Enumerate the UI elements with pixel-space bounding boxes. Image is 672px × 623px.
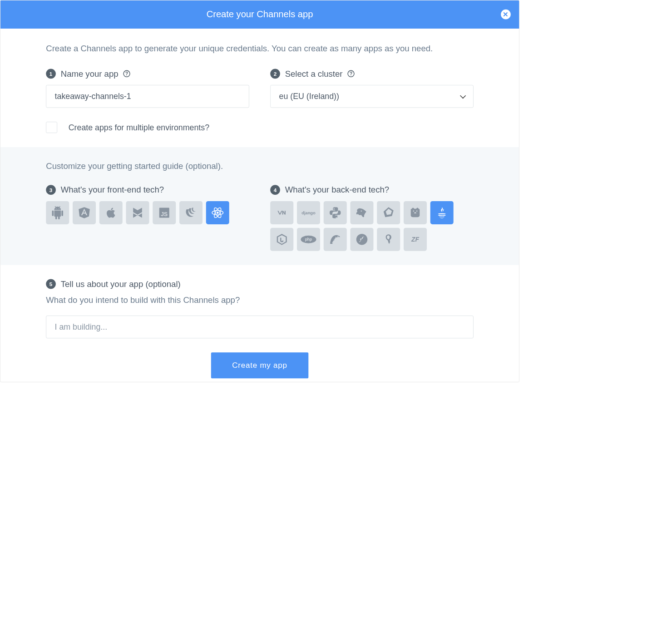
cluster-select[interactable]: eu (EU (Ireland)): [270, 85, 474, 108]
tech-jquery[interactable]: [179, 201, 203, 224]
step-badge-2: 2: [270, 69, 280, 79]
section-main: Create a Channels app to generate your u…: [0, 28, 519, 147]
intro-text: Create a Channels app to generate your u…: [46, 42, 474, 55]
step4-label-text: What's your back-end tech?: [285, 185, 389, 195]
multi-env-label: Create apps for multiple environments?: [69, 123, 209, 132]
apple-icon: [104, 206, 118, 219]
svg-point-9: [356, 234, 367, 245]
jquery-icon: [184, 206, 198, 219]
svg-text:php: php: [305, 237, 312, 242]
step-badge-1: 1: [46, 69, 56, 79]
multi-env-checkbox[interactable]: [46, 122, 57, 133]
react-icon: [211, 206, 224, 219]
yii-icon: [382, 232, 395, 246]
step2-label: 2 Select a cluster ?: [270, 69, 474, 79]
python-icon: [329, 206, 342, 219]
angular-icon: [78, 206, 91, 219]
tech-crystal[interactable]: [377, 201, 400, 224]
backend-tech-grid: django: [270, 201, 474, 251]
multi-env-row: Create apps for multiple environments?: [46, 122, 474, 133]
tech-angular[interactable]: [73, 201, 96, 224]
tech-django[interactable]: django: [297, 201, 320, 224]
svg-point-6: [438, 213, 446, 214]
tech-symfony[interactable]: [350, 228, 373, 251]
app-description-input[interactable]: [46, 316, 474, 338]
step5-label-text: Tell us about your app (optional): [61, 279, 181, 289]
close-icon: ✕: [503, 10, 509, 19]
php-icon: php: [300, 235, 317, 244]
step2-label-text: Select a cluster: [285, 69, 343, 79]
tech-gopher[interactable]: [404, 201, 427, 224]
step-badge-3: 3: [46, 185, 56, 195]
tech-android[interactable]: [46, 201, 69, 224]
tech-dotnet[interactable]: [270, 201, 293, 224]
tech-java[interactable]: [430, 201, 454, 224]
symfony-icon: [355, 232, 368, 246]
svg-text:JS: JS: [161, 211, 168, 218]
step1-label-text: Name your app: [61, 69, 119, 79]
modal-header: Create your Channels app ✕: [0, 0, 519, 28]
create-app-button[interactable]: Create my app: [211, 352, 308, 378]
app-name-input[interactable]: [46, 85, 249, 108]
tech-javascript[interactable]: JS: [153, 201, 176, 224]
nodejs-icon: [275, 232, 288, 246]
tech-yii[interactable]: [377, 228, 400, 251]
crystal-icon: [382, 206, 395, 219]
step-badge-4: 4: [270, 185, 280, 195]
section-about: 5 Tell us about your app (optional) What…: [0, 265, 519, 382]
tech-zend[interactable]: ZF: [404, 228, 427, 251]
svg-point-2: [217, 212, 219, 214]
dotnet-icon: [275, 206, 288, 219]
javascript-icon: JS: [158, 206, 171, 219]
tech-react[interactable]: [206, 201, 229, 224]
tech-php[interactable]: php: [297, 228, 320, 251]
step3-label: 3 What's your front-end tech?: [46, 185, 249, 195]
django-icon: django: [301, 210, 315, 215]
close-button[interactable]: ✕: [501, 9, 511, 19]
help-icon[interactable]: ?: [347, 70, 354, 77]
step5-subtext: What do you intend to build with this Ch…: [46, 295, 474, 305]
go-icon: [355, 206, 368, 219]
step-badge-5: 5: [46, 279, 56, 289]
step3-label-text: What's your front-end tech?: [61, 185, 164, 195]
java-icon: [435, 206, 449, 219]
create-app-modal: Create your Channels app ✕ Create a Chan…: [0, 0, 519, 382]
tech-rails[interactable]: [324, 228, 347, 251]
tech-python[interactable]: [324, 201, 347, 224]
tech-apple[interactable]: [99, 201, 123, 224]
tech-go[interactable]: [350, 201, 373, 224]
tech-backbone[interactable]: [126, 201, 149, 224]
gopher-icon: [409, 206, 422, 219]
customize-text: Customize your getting started guide (op…: [46, 161, 474, 171]
backbone-icon: [131, 206, 144, 219]
frontend-tech-grid: JS: [46, 201, 249, 224]
zend-icon: ZF: [411, 236, 419, 243]
step5-label: 5 Tell us about your app (optional): [46, 279, 474, 289]
android-icon: [51, 206, 64, 219]
step1-label: 1 Name your app ?: [46, 69, 249, 79]
section-customize: Customize your getting started guide (op…: [0, 147, 519, 265]
tech-nodejs[interactable]: [270, 228, 293, 251]
step4-label: 4 What's your back-end tech?: [270, 185, 474, 195]
help-icon[interactable]: ?: [123, 70, 130, 77]
rails-icon: [329, 232, 342, 246]
modal-title: Create your Channels app: [15, 9, 505, 20]
